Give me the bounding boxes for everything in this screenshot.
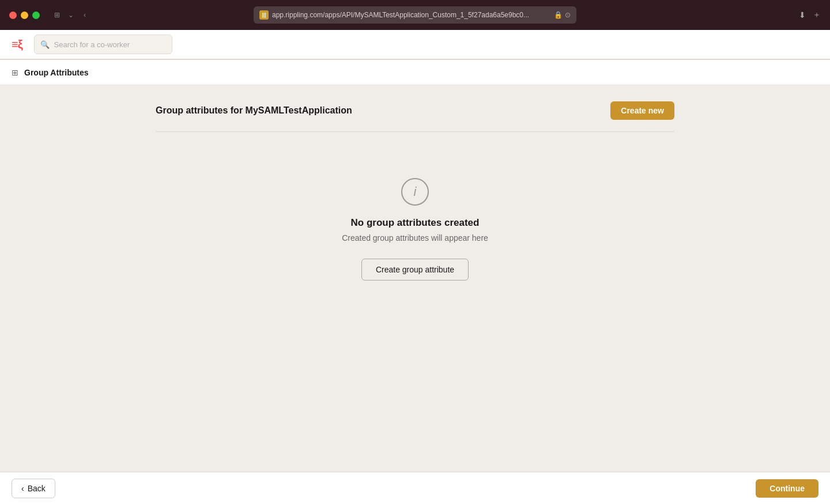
site-favicon: ||| (259, 10, 269, 20)
back-nav-icon[interactable]: ‹ (79, 10, 90, 20)
footer-bar: ‹ Back Continue (0, 472, 830, 504)
empty-state-subtitle: Created group attributes will appear her… (342, 233, 488, 242)
close-button[interactable] (9, 12, 17, 19)
breadcrumb-bar: ⊞ Group Attributes (0, 60, 830, 85)
reader-icon: ⊙ (565, 11, 571, 19)
window-controls: ⊞ ⌄ ‹ (51, 10, 90, 20)
new-tab-icon[interactable]: ＋ (813, 10, 821, 20)
minimize-button[interactable] (21, 12, 28, 19)
maximize-button[interactable] (32, 12, 40, 19)
url-icons: 🔒 ⊙ (554, 11, 571, 19)
url-bar[interactable]: ||| app.rippling.com/apps/API/MySAMLTest… (254, 6, 576, 24)
url-text: app.rippling.com/apps/API/MySAMLTestAppl… (272, 11, 550, 19)
lock-icon: 🔒 (554, 11, 563, 19)
back-label: Back (28, 484, 46, 493)
info-circle-icon: i (401, 178, 429, 206)
page-title: Group Attributes (24, 68, 88, 77)
back-button[interactable]: ‹ Back (12, 479, 55, 498)
download-icon[interactable]: ⬇ (799, 10, 806, 20)
layout-icon: ⊞ (12, 68, 18, 77)
nav-bar: ≡ξ 🔍 Search for a co-worker (0, 30, 830, 60)
title-bar-right: ⬇ ＋ (799, 10, 821, 20)
search-input[interactable]: Search for a co-worker (54, 40, 130, 49)
traffic-lights (9, 12, 40, 19)
create-group-attribute-button[interactable]: Create group attribute (361, 259, 469, 281)
title-bar: ⊞ ⌄ ‹ ||| app.rippling.com/apps/API/MySA… (0, 0, 830, 30)
continue-button[interactable]: Continue (756, 479, 818, 498)
create-new-button[interactable]: Create new (610, 101, 674, 120)
back-chevron-icon: ‹ (21, 484, 24, 493)
search-bar[interactable]: 🔍 Search for a co-worker (34, 35, 172, 54)
sidebar-toggle-icon[interactable]: ⊞ (51, 10, 63, 20)
search-icon: 🔍 (40, 40, 50, 49)
chevron-down-icon[interactable]: ⌄ (65, 10, 77, 20)
favicon-label: ||| (262, 12, 266, 18)
empty-state: i No group attributes created Created gr… (156, 132, 674, 281)
main-content: Group attributes for MySAMLTestApplicati… (0, 85, 830, 472)
content-wrapper: Group attributes for MySAMLTestApplicati… (156, 85, 674, 281)
page-header: Group attributes for MySAMLTestApplicati… (156, 101, 674, 132)
empty-state-title: No group attributes created (351, 217, 480, 229)
group-attributes-title: Group attributes for MySAMLTestApplicati… (156, 105, 352, 116)
rippling-logo: ≡ξ (12, 38, 22, 51)
